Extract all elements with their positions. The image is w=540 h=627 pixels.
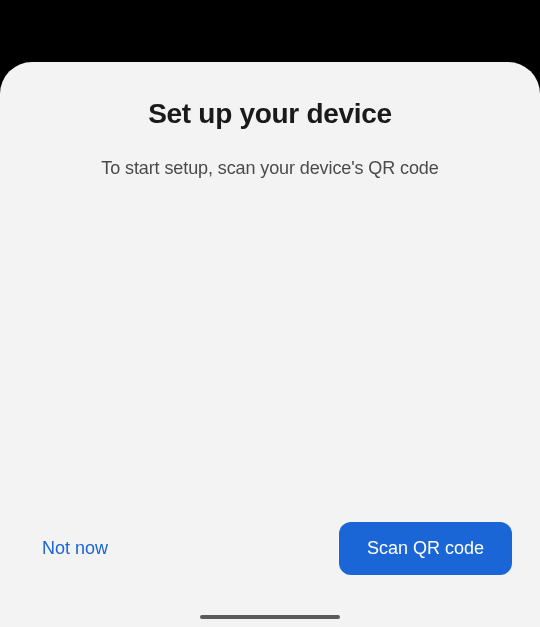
dialog-title: Set up your device — [28, 98, 512, 130]
scan-qr-code-button[interactable]: Scan QR code — [339, 522, 512, 575]
not-now-button[interactable]: Not now — [28, 526, 122, 571]
navigation-handle[interactable] — [200, 615, 340, 619]
setup-bottom-sheet: Set up your device To start setup, scan … — [0, 62, 540, 627]
content-spacer — [28, 179, 512, 522]
button-row: Not now Scan QR code — [28, 522, 512, 575]
dialog-subtitle: To start setup, scan your device's QR co… — [28, 158, 512, 179]
